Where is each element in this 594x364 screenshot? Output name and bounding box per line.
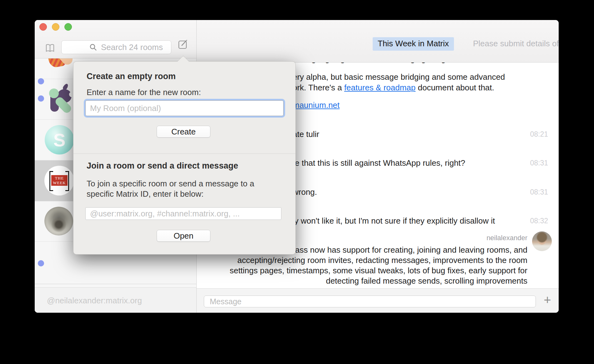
unread-dot (38, 78, 44, 84)
message-timestamp: 08:32 (530, 216, 548, 225)
room-name-input-focus-ring (85, 100, 284, 116)
minimize-button[interactable] (52, 23, 59, 31)
message-text: document about that. (415, 83, 494, 92)
message-timestamp: 08:21 (530, 129, 548, 139)
message-text: te that this is still against WhatsApp r… (293, 158, 465, 168)
room-avatar-k-apple[interactable] (47, 85, 76, 114)
message-link: maunium.net (293, 100, 340, 110)
room-name-field[interactable]: This Week in Matrix (373, 37, 454, 51)
search-icon (89, 43, 97, 51)
room-name-input[interactable] (86, 101, 283, 116)
room-avatar-riot[interactable] (46, 58, 75, 69)
create-room-title: Create an empty room (87, 72, 176, 81)
composer-bar: + (196, 288, 559, 313)
popover-divider (73, 154, 295, 154)
close-button[interactable] (39, 23, 47, 31)
message-row: te that this is still against WhatsApp r… (293, 158, 548, 168)
account-id: @neilalexander:matrix.org (47, 296, 142, 306)
message-text: wrong. (293, 187, 317, 197)
message-input[interactable] (204, 296, 536, 307)
user-avatar[interactable] (532, 231, 552, 251)
zoom-button[interactable] (64, 23, 72, 31)
account-bar: @neilalexander:matrix.org (35, 287, 196, 313)
create-room-label: Enter a name for the new room: (87, 87, 201, 98)
maunium-link[interactable]: maunium.net (293, 100, 340, 110)
sidebar-toolbar (35, 20, 196, 58)
attach-button[interactable]: + (540, 292, 555, 308)
compose-icon[interactable] (178, 39, 189, 49)
message-text: ate tulir (293, 129, 319, 139)
sender-name: neilalexander (486, 234, 527, 242)
message-row: ate tulir 08:21 (293, 129, 548, 139)
k-logo-dot (49, 88, 59, 98)
message-timestamp: 08:31 (530, 187, 548, 196)
unread-dot (38, 260, 44, 266)
room-avatar-etching[interactable] (44, 207, 73, 235)
chat-header: This Week in Matrix Please submit detail… (196, 20, 559, 63)
directory-icon[interactable] (45, 43, 55, 55)
unread-dot (38, 95, 44, 102)
message-row: ly won't like it, but I'm not sure if th… (293, 216, 548, 226)
message-timestamp: 08:31 (530, 158, 548, 167)
join-room-description: To join a specific room or send a messag… (87, 179, 254, 199)
the-week-line2: WEEK (53, 180, 66, 185)
create-join-popover: Create an empty room Enter a name for th… (73, 61, 296, 255)
message-text: ork. There's a (293, 83, 344, 92)
message-row: wrong. 08:31 (293, 187, 548, 197)
room-topic-field[interactable]: Please submit details of your Matrix pro… (473, 39, 559, 48)
create-button[interactable]: Create (157, 126, 210, 138)
room-avatar-s[interactable]: S (45, 125, 74, 154)
open-button[interactable]: Open (157, 230, 210, 242)
matrix-id-input[interactable] (85, 207, 281, 220)
list-bottom-separator (35, 284, 196, 284)
the-week-logo: THEWEEK (51, 175, 68, 186)
the-week-line1: THE (55, 176, 64, 180)
room-avatar-the-week[interactable]: THEWEEK (44, 166, 74, 195)
message-text: ery alpha, but basic message bridging an… (293, 72, 505, 82)
message-text: ly won't like it, but I'm not sure if th… (293, 216, 495, 226)
join-room-title: Join a room or send a direct message (87, 161, 238, 171)
search-input[interactable] (100, 42, 174, 53)
message-bridge: ery alpha, but basic message bridging an… (293, 72, 505, 93)
features-roadmap-link[interactable]: features & roadmap (344, 83, 415, 92)
room-search (61, 40, 171, 54)
